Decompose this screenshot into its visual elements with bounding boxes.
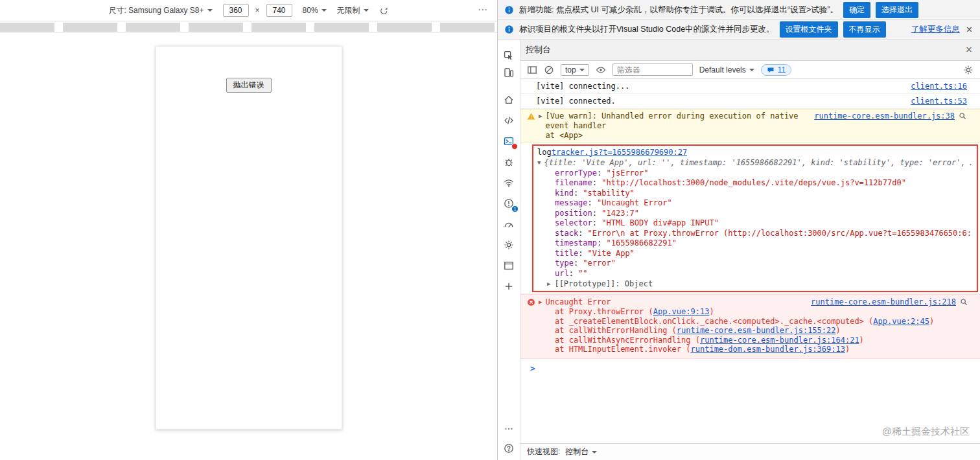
console-output: [vite] connecting... client.ts:16 [vite]… (520, 79, 980, 443)
chevron-down-icon (207, 9, 213, 14)
device-viewport: 抛出错误 (156, 46, 342, 430)
sidebar-item-settings[interactable] (501, 237, 517, 253)
zoom-value: 80% (303, 6, 318, 15)
network-icon (504, 178, 514, 188)
source-link[interactable]: runtime-core.esm-bundler.js:218 (811, 297, 956, 307)
set-root-folder-button[interactable]: 设置根文件夹 (780, 21, 838, 38)
device-type-select[interactable]: 尺寸: Samsung Galaxy S8+ (108, 5, 212, 16)
collapse-arrow-icon[interactable]: ▼ (537, 158, 541, 167)
error-stack: at Proxy.throwError (App.vue:9:13) at _c… (555, 307, 968, 354)
stack-source-link[interactable]: App.vue:9:13 (653, 307, 710, 316)
clear-console-icon[interactable] (544, 65, 554, 75)
stack-source-link[interactable]: App.vue:2:45 (873, 317, 929, 326)
dont-show-again-button[interactable]: 不再显示 (843, 21, 886, 38)
help-button[interactable] (501, 441, 517, 456)
sidebar-item-device-emulation[interactable] (501, 65, 517, 80)
console-message-vue-warning: ▶ [Vue warn]: Unhandled error during exe… (520, 109, 980, 143)
expand-arrow-icon[interactable]: ▶ (539, 297, 542, 306)
info-icon (504, 25, 514, 34)
notification-focus-mode: 新增功能: 焦点模式 UI 可减少杂乱，以帮助你专注于调试。你可以选择退出“设置… (498, 0, 980, 20)
warning-text: [Vue warn]: Unhandled error during execu… (545, 111, 803, 130)
learn-more-link[interactable]: 了解更多信息 (911, 24, 960, 35)
filter-input[interactable] (612, 63, 693, 76)
home-icon (504, 95, 514, 105)
elements-icon (504, 115, 514, 126)
devtools-body: 1 (498, 40, 980, 460)
expand-arrow-icon[interactable]: ▶ (539, 111, 542, 121)
console-settings-gear-icon[interactable] (963, 65, 974, 75)
notification-text: 标识项目的根文件夹以打开Visual Studio Code中的源文件并同步更改… (519, 24, 775, 35)
sidebar-item-application[interactable] (501, 258, 517, 273)
sidebar-item-issues[interactable]: 1 (501, 196, 517, 211)
sidebar-item-performance[interactable] (501, 216, 517, 232)
debug-icon (504, 157, 514, 167)
issue-magnifier-icon[interactable] (960, 298, 968, 306)
console-prompt[interactable]: > (520, 359, 980, 373)
issue-magnifier-icon[interactable] (959, 112, 967, 121)
viewport-height-input[interactable] (266, 4, 292, 17)
quick-view-selector[interactable]: 控制台 (565, 446, 597, 457)
source-link[interactable]: client.ts:16 (911, 82, 967, 91)
sidebar-item-elements[interactable] (501, 113, 517, 128)
sidebar-item-inspect[interactable] (501, 48, 517, 63)
expand-arrow-icon[interactable]: ▶ (547, 279, 550, 289)
console-panel: 控制台 × top Default levels (520, 40, 980, 460)
live-expression-eye-icon[interactable] (596, 65, 606, 75)
chevron-down-icon (364, 9, 369, 14)
context-selector[interactable]: top (561, 64, 589, 76)
throttling-select[interactable]: 无限制 (337, 5, 369, 16)
object-preview-text: {title: 'Vite App', url: '', timestamp: … (544, 158, 972, 168)
console-message-vite-connected: [vite] connected. client.ts:53 (520, 94, 980, 109)
log-levels-selector[interactable]: Default levels (699, 65, 754, 75)
prototype-row: ▶ [[Prototype]]: Object (547, 279, 972, 289)
confirm-button[interactable]: 确定 (843, 2, 870, 18)
source-link[interactable]: runtime-core.esm-bundler.js:38 (814, 111, 955, 121)
rotate-viewport-button[interactable] (379, 6, 389, 16)
opt-out-button[interactable]: 选择退出 (876, 2, 918, 18)
panel-title: 控制台 (526, 44, 551, 56)
log-label: log (537, 148, 552, 157)
error-icon (527, 298, 535, 306)
context-value: top (565, 65, 576, 75)
zoom-select[interactable]: 80% (303, 6, 327, 15)
chevron-down-icon (592, 451, 597, 456)
horizontal-ruler (0, 21, 497, 33)
overflow-menu-button[interactable] (501, 421, 517, 437)
object-property: timestamp: "1655986682291" (555, 238, 972, 249)
sidebar-item-welcome[interactable] (501, 92, 517, 108)
object-property: message: "Uncaught Error" (555, 198, 972, 209)
quick-view-bar: 快速视图: 控制台 (520, 443, 980, 460)
tracker-log-highlight-box: log tracker.js?t=1655986679690:27 ▼ {tit… (532, 144, 978, 293)
plus-icon (504, 281, 514, 292)
console-toolbar: top Default levels 11 (520, 61, 980, 79)
throw-error-button[interactable]: 抛出错误 (226, 78, 272, 93)
sidebar-item-network[interactable] (501, 175, 517, 190)
close-icon[interactable]: × (966, 43, 972, 56)
messages-count-chip[interactable]: 11 (761, 64, 791, 76)
object-property: url: "" (555, 269, 972, 279)
source-link[interactable]: client.ts:53 (911, 97, 967, 106)
viewport-width-input[interactable] (223, 4, 249, 17)
stack-source-link[interactable]: runtime-dom.esm-bundler.js:369:13 (691, 345, 845, 354)
sidebar-item-sources[interactable] (501, 154, 517, 170)
message-text: [vite] connected. (536, 97, 616, 106)
stack-source-link[interactable]: runtime-core.esm-bundler.js:155:22 (677, 326, 836, 335)
source-link[interactable]: tracker.js?t=1655986679690:27 (552, 148, 688, 157)
more-menu-icon (504, 424, 514, 434)
sidebar-item-more-tools[interactable] (501, 279, 517, 294)
chevron-down-icon (579, 69, 585, 74)
log-levels-value: Default levels (699, 65, 746, 75)
device-toolbar-more-button[interactable]: ⋯ (478, 4, 488, 16)
message-bubble-icon (767, 66, 775, 74)
object-property: type: "error" (555, 259, 972, 269)
info-icon (504, 5, 514, 15)
activity-bar: 1 (498, 40, 520, 460)
device-emulation-icon (504, 67, 514, 78)
close-icon[interactable]: × (965, 24, 974, 36)
sidebar-item-console[interactable] (501, 133, 517, 149)
stack-source-link[interactable]: runtime-core.esm-bundler.js:164:21 (700, 336, 859, 345)
console-sidebar-icon[interactable] (527, 65, 537, 75)
help-icon (504, 443, 514, 454)
screen: 尺寸: Samsung Galaxy S8+ × 80% 无限制 ⋯ (0, 0, 980, 460)
device-toolbar: 尺寸: Samsung Galaxy S8+ × 80% 无限制 ⋯ (0, 0, 497, 21)
